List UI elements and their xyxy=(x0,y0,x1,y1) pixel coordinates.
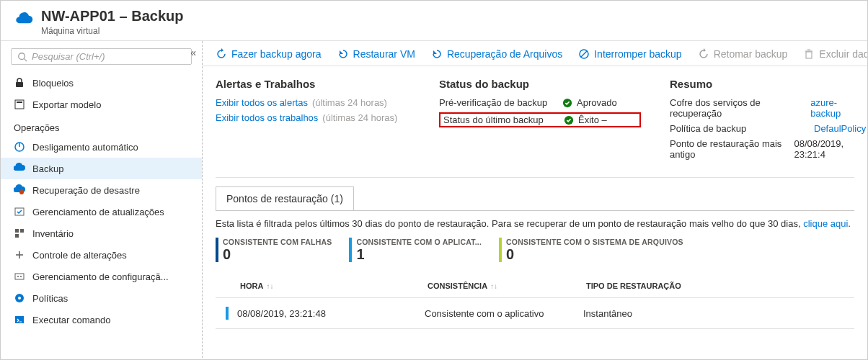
search-icon xyxy=(17,52,27,62)
svg-rect-12 xyxy=(15,274,24,279)
nav-label: Bloqueios xyxy=(32,78,74,89)
policy-link[interactable]: DefaulPolicy xyxy=(814,123,866,134)
vault-link[interactable]: azure-backup xyxy=(810,97,866,119)
col-time: HORA↑↓ xyxy=(240,282,428,290)
change-tracking-icon xyxy=(14,249,25,261)
search-placeholder: Pesquisar (Ctrl+/) xyxy=(32,51,105,62)
consistency-count: 0 xyxy=(223,246,332,263)
table-row[interactable]: 08/08/2019, 23:21:48 Consistente com o a… xyxy=(216,298,854,329)
sidebar-item-updates[interactable]: Gerenciamento de atualizações xyxy=(1,201,202,222)
restore-table-header: HORA↑↓ CONSISTÊNCIA↑↓ TIPO DE RESTAURAÇÃ… xyxy=(216,274,854,298)
delete-icon xyxy=(803,48,815,60)
restore-vm-button[interactable]: Restaurar VM xyxy=(337,48,415,60)
svg-point-16 xyxy=(18,297,21,300)
svg-rect-11 xyxy=(15,234,19,238)
restore-points-tabs: Pontos de restauração (1) xyxy=(216,186,854,211)
vault-label: Cofre dos serviços de recuperação xyxy=(670,97,810,119)
collapse-icon[interactable]: « xyxy=(190,47,196,58)
page-title: NW-APP01 – Backup xyxy=(41,8,183,24)
sidebar-item-politicas[interactable]: Políticas xyxy=(1,287,202,309)
col-consistency: CONSISTÊNCIA↑↓ xyxy=(428,282,586,290)
tab-restore-points[interactable]: Pontos de restauração (1) xyxy=(216,186,354,210)
success-icon xyxy=(562,98,572,108)
svg-line-1 xyxy=(25,58,27,61)
inventory-icon xyxy=(14,228,25,239)
sidebar-item-controle[interactable]: Controle de alterações xyxy=(1,244,202,266)
policy-label: Política de backup xyxy=(670,123,814,134)
top-toolbar: Fazer backup agora Restaurar VM Recupera… xyxy=(203,41,867,66)
sidebar-item-recuperacao[interactable]: Recuperação de desastre xyxy=(1,179,202,201)
svg-point-13 xyxy=(17,276,19,277)
nav-label: Exportar modelo xyxy=(32,99,101,110)
consistency-label: CONSISTENTE COM O APLICAT... xyxy=(356,238,482,246)
nav-label: Inventário xyxy=(32,228,74,239)
svg-point-7 xyxy=(19,190,24,194)
sidebar-item-desligamento[interactable]: Desligamento automático xyxy=(1,136,202,158)
consistency-card: CONSISTENTE COM O APLICAT... 1 xyxy=(349,238,482,263)
sidebar-item-inventario[interactable]: Inventário xyxy=(1,222,202,244)
backup-icon xyxy=(14,163,25,174)
svg-rect-10 xyxy=(20,229,24,233)
sort-icon[interactable]: ↑↓ xyxy=(490,282,497,290)
sidebar-item-executar[interactable]: Executar comando xyxy=(1,309,202,330)
svg-rect-20 xyxy=(806,52,812,58)
svg-point-0 xyxy=(19,53,25,59)
vm-cloud-icon xyxy=(14,9,34,30)
sidebar: « Pesquisar (Ctrl+/) Bloqueios Exportar … xyxy=(1,41,203,360)
consistency-count: 0 xyxy=(506,246,683,263)
cell-time: 08/08/2019, 23:21:48 xyxy=(237,308,425,319)
delete-backup-button: Excluir dados de backup xyxy=(803,48,867,60)
sort-icon[interactable]: ↑↓ xyxy=(266,282,273,290)
success-icon xyxy=(564,115,574,125)
run-command-icon xyxy=(14,314,25,325)
sidebar-item-bloqueios[interactable]: Bloqueios xyxy=(1,72,202,94)
sidebar-item-backup[interactable]: Backup xyxy=(1,158,202,179)
alerts-suffix: (últimas 24 horas) xyxy=(312,97,387,108)
stop-backup-button[interactable]: Interromper backup xyxy=(578,48,681,60)
nav-label: Executar comando xyxy=(32,315,110,325)
resume-icon xyxy=(698,48,709,60)
alerts-title: Alertas e Trabalhos xyxy=(216,78,410,90)
precheck-value: Aprovado xyxy=(577,97,617,108)
cell-consistency: Consistente com o aplicativo xyxy=(425,308,583,319)
consistency-summary: CONSISTENTE COM FALHAS 0 CONSISTENTE COM… xyxy=(216,238,854,263)
jobs-suffix: (últimas 24 horas) xyxy=(322,112,397,123)
backup-now-button[interactable]: Fazer backup agora xyxy=(216,48,322,60)
policy-icon xyxy=(14,292,25,304)
power-icon xyxy=(14,141,25,153)
svg-point-14 xyxy=(20,276,22,277)
accent-bar xyxy=(499,238,502,262)
svg-line-19 xyxy=(581,51,587,57)
search-input[interactable]: Pesquisar (Ctrl+/) xyxy=(11,48,192,65)
main-content: Fazer backup agora Restaurar VM Recupera… xyxy=(203,41,867,360)
consistency-count: 1 xyxy=(356,246,482,263)
sidebar-item-config[interactable]: Gerenciamento de configuraçã... xyxy=(1,266,202,287)
nav-label: Backup xyxy=(32,163,63,174)
nav-label: Políticas xyxy=(32,293,68,304)
updates-icon xyxy=(14,206,25,217)
page-header: NW-APP01 – Backup Máquina virtual xyxy=(1,1,867,41)
oldest-value: 08/08/2019, 23:21:4 xyxy=(794,138,867,160)
filter-link[interactable]: clique aqui xyxy=(803,218,848,229)
cell-type: Instantâneo xyxy=(583,308,844,319)
file-recovery-icon xyxy=(431,48,443,60)
row-accent xyxy=(226,307,229,320)
precheck-label: Pré-verificação de backup xyxy=(439,97,558,108)
page-subtitle: Máquina virtual xyxy=(41,26,183,36)
svg-rect-2 xyxy=(16,82,23,87)
last-backup-value: Êxito – xyxy=(578,114,607,125)
backup-now-icon xyxy=(216,48,227,60)
nav-label: Desligamento automático xyxy=(32,142,138,153)
view-jobs-link[interactable]: Exibir todos os trabalhos xyxy=(216,112,318,123)
stop-icon xyxy=(578,48,590,60)
svg-rect-4 xyxy=(17,102,22,103)
sidebar-item-exportar[interactable]: Exportar modelo xyxy=(1,94,202,115)
summary-title: Resumo xyxy=(670,78,866,90)
disaster-icon xyxy=(14,184,25,196)
last-backup-label: Status do último backup xyxy=(443,114,559,125)
file-recovery-button[interactable]: Recuperação de Arquivos xyxy=(431,48,562,60)
view-alerts-link[interactable]: Exibir todos os alertas xyxy=(216,97,308,108)
consistency-label: CONSISTENTE COM O SISTEMA DE ARQUIVOS xyxy=(506,238,683,246)
consistency-label: CONSISTENTE COM FALHAS xyxy=(223,238,332,246)
resume-backup-button: Retomar backup xyxy=(698,48,788,60)
